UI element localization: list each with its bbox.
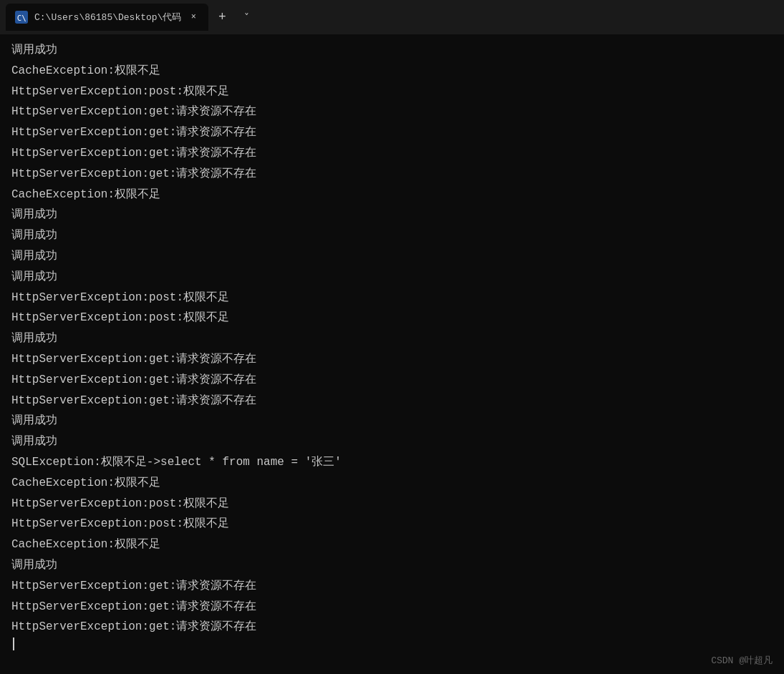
terminal-line: HttpServerException:get:请求资源不存在 [11,597,773,617]
title-bar: C\ C:\Users\86185\Desktop\代码 × + ˅ [0,0,784,34]
terminal-line: CacheException:权限不足 [11,61,773,82]
terminal-body: 调用成功CacheException:权限不足HttpServerExcepti… [0,34,784,674]
terminal-output: 调用成功CacheException:权限不足HttpServerExcepti… [11,40,773,638]
dropdown-button[interactable]: ˅ [236,6,257,28]
terminal-line: 调用成功 [11,40,773,61]
close-tab-button[interactable]: × [187,11,200,24]
terminal-line: SQLException:权限不足->select * from name = … [11,452,773,473]
terminal-line: HttpServerException:get:请求资源不存在 [11,102,773,122]
terminal-line: HttpServerException:post:权限不足 [11,514,773,534]
terminal-line: HttpServerException:get:请求资源不存在 [11,122,773,143]
terminal-line: 调用成功 [11,267,773,288]
terminal-line: 调用成功 [11,431,773,452]
cursor-line [11,638,773,650]
terminal-line: 调用成功 [11,246,773,267]
terminal-line: HttpServerException:post:权限不足 [11,288,773,308]
terminal-line: HttpServerException:post:权限不足 [11,308,773,328]
active-tab[interactable]: C\ C:\Users\86185\Desktop\代码 × [6,4,208,31]
terminal-line: HttpServerException:post:权限不足 [11,82,773,102]
terminal-line: CacheException:权限不足 [11,534,773,555]
terminal-line: 调用成功 [11,555,773,576]
new-tab-button[interactable]: + [211,6,233,28]
terminal-line: CacheException:权限不足 [11,185,773,205]
terminal-icon: C\ [14,10,29,24]
terminal-line: HttpServerException:get:请求资源不存在 [11,349,773,370]
terminal-line: HttpServerException:get:请求资源不存在 [11,391,773,411]
terminal-line: 调用成功 [11,411,773,431]
terminal-line: HttpServerException:get:请求资源不存在 [11,370,773,391]
tab-title: C:\Users\86185\Desktop\代码 [34,11,181,24]
terminal-line: 调用成功 [11,205,773,225]
terminal-line: HttpServerException:get:请求资源不存在 [11,617,773,638]
terminal-line: 调用成功 [11,328,773,349]
watermark: CSDN @叶超凡 [711,654,773,667]
terminal-line: HttpServerException:get:请求资源不存在 [11,576,773,597]
terminal-line: HttpServerException:post:权限不足 [11,494,773,514]
cursor [13,638,14,650]
terminal-line: 调用成功 [11,225,773,246]
terminal-line: HttpServerException:get:请求资源不存在 [11,143,773,164]
svg-text:C\: C\ [17,14,26,23]
terminal-line: HttpServerException:get:请求资源不存在 [11,164,773,185]
terminal-line: CacheException:权限不足 [11,473,773,494]
